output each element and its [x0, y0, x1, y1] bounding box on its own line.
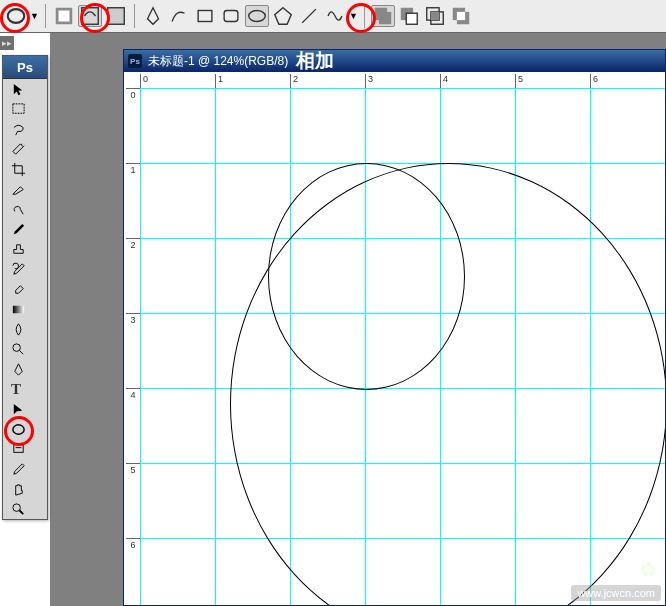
- ruler-horizontal: 01234567: [140, 72, 665, 89]
- mode-paths[interactable]: [78, 5, 102, 27]
- zoom-tool[interactable]: [5, 499, 51, 519]
- svg-rect-13: [406, 13, 417, 24]
- ruler-tick: 4: [126, 388, 140, 400]
- ruler-tick: 0: [126, 88, 140, 100]
- svg-rect-21: [13, 305, 24, 313]
- svg-rect-11: [379, 12, 391, 24]
- separator: [364, 4, 365, 28]
- separator: [45, 4, 46, 28]
- eraser-tool[interactable]: [5, 279, 51, 299]
- ruler-tick: 6: [590, 74, 598, 88]
- stamp-tool[interactable]: [5, 239, 51, 259]
- path-op-exclude[interactable]: [449, 5, 473, 27]
- ruler-tick: 3: [126, 313, 140, 325]
- grid-line: [140, 163, 665, 164]
- brush-tool[interactable]: [5, 219, 51, 239]
- dropdown-arrow-icon[interactable]: ▼: [30, 11, 39, 21]
- svg-rect-4: [108, 8, 125, 25]
- ps-mini-icon: Ps: [128, 54, 142, 68]
- grid-line: [140, 88, 665, 89]
- watermark-logo-icon: ✿: [640, 557, 657, 581]
- wand-tool[interactable]: [5, 139, 51, 159]
- svg-rect-2: [58, 11, 69, 22]
- mode-shape-layers[interactable]: [52, 5, 76, 27]
- ruler-tick: 5: [515, 74, 523, 88]
- marquee-tool[interactable]: [5, 99, 51, 119]
- grid-line: [140, 88, 141, 605]
- document-title: 未标题-1 @ 124%(RGB/8): [148, 53, 288, 70]
- hand-tool[interactable]: [5, 479, 51, 499]
- grid-line: [215, 88, 216, 605]
- svg-point-22: [13, 343, 21, 351]
- separator: [134, 4, 135, 28]
- path-op-add[interactable]: [371, 5, 395, 27]
- svg-line-9: [302, 9, 316, 23]
- canvas[interactable]: [140, 88, 665, 605]
- lasso-tool[interactable]: [5, 119, 51, 139]
- svg-point-7: [249, 11, 266, 22]
- heal-tool[interactable]: [5, 199, 51, 219]
- shape-custom-icon[interactable]: [323, 5, 347, 27]
- svg-point-0: [8, 9, 25, 23]
- gradient-tool[interactable]: [5, 299, 51, 319]
- shape-polygon-icon[interactable]: [271, 5, 295, 27]
- notes-tool[interactable]: [5, 439, 51, 459]
- svg-line-28: [19, 510, 23, 514]
- ruler-tick: 1: [126, 163, 140, 175]
- svg-rect-5: [198, 11, 212, 22]
- shape-rounded-rect-icon[interactable]: [219, 5, 243, 27]
- ellipse-shape-tool[interactable]: [5, 419, 51, 439]
- toolbox-header: Ps: [3, 56, 47, 79]
- panel-collapse-stub[interactable]: ▸▸: [0, 36, 14, 50]
- shape-freeform-pen-icon[interactable]: [167, 5, 191, 27]
- slice-tool[interactable]: [5, 179, 51, 199]
- history-brush-tool[interactable]: [5, 259, 51, 279]
- pen-tool[interactable]: [5, 359, 51, 379]
- document-window: Ps 未标题-1 @ 124%(RGB/8) 相加 01234567 01234…: [123, 49, 666, 606]
- path-mode-overlay: 相加: [296, 48, 334, 74]
- crop-tool[interactable]: [5, 159, 51, 179]
- ruler-tick: 2: [290, 74, 298, 88]
- svg-marker-8: [275, 8, 292, 25]
- path-op-subtract[interactable]: [397, 5, 421, 27]
- dropdown-arrow-icon[interactable]: ▼: [349, 11, 358, 21]
- canvas-area: 01234567 0123456 ✿ www.jcwcn.com: [124, 72, 665, 605]
- svg-point-24: [13, 424, 24, 433]
- move-tool[interactable]: [5, 79, 51, 99]
- svg-rect-16: [431, 12, 439, 20]
- dodge-tool[interactable]: [5, 339, 51, 359]
- svg-point-27: [13, 503, 21, 511]
- watermark-text: www.jcwcn.com: [571, 585, 661, 601]
- path-op-intersect[interactable]: [423, 5, 447, 27]
- ruler-tick: 2: [126, 238, 140, 250]
- shape-ellipse-icon[interactable]: [245, 5, 269, 27]
- ruler-tick: 5: [126, 463, 140, 475]
- ruler-tick: 6: [126, 538, 140, 550]
- svg-rect-25: [14, 444, 23, 452]
- ruler-tick: 4: [440, 74, 448, 88]
- document-titlebar[interactable]: Ps 未标题-1 @ 124%(RGB/8) 相加: [124, 50, 665, 72]
- toolbox: Ps T: [2, 55, 48, 520]
- ruler-tick: 3: [365, 74, 373, 88]
- svg-rect-3: [82, 8, 99, 25]
- active-tool-preset[interactable]: [4, 5, 28, 27]
- type-tool[interactable]: T: [5, 379, 51, 399]
- shape-pen-icon[interactable]: [141, 5, 165, 27]
- options-bar: ▼ ▼: [0, 0, 666, 33]
- ruler-tick: 1: [215, 74, 223, 88]
- mode-fill-pixels[interactable]: [104, 5, 128, 27]
- path-select-tool[interactable]: [5, 399, 51, 419]
- blur-tool[interactable]: [5, 319, 51, 339]
- shape-line-icon[interactable]: [297, 5, 321, 27]
- ruler-corner: [124, 72, 141, 89]
- svg-rect-6: [224, 11, 238, 22]
- svg-line-23: [19, 350, 23, 354]
- ruler-vertical: 0123456: [124, 88, 141, 605]
- svg-rect-19: [457, 12, 465, 20]
- shape-rectangle-icon[interactable]: [193, 5, 217, 27]
- eyedropper-tool[interactable]: [5, 459, 51, 479]
- ruler-tick: 0: [140, 74, 148, 88]
- svg-rect-20: [13, 103, 24, 112]
